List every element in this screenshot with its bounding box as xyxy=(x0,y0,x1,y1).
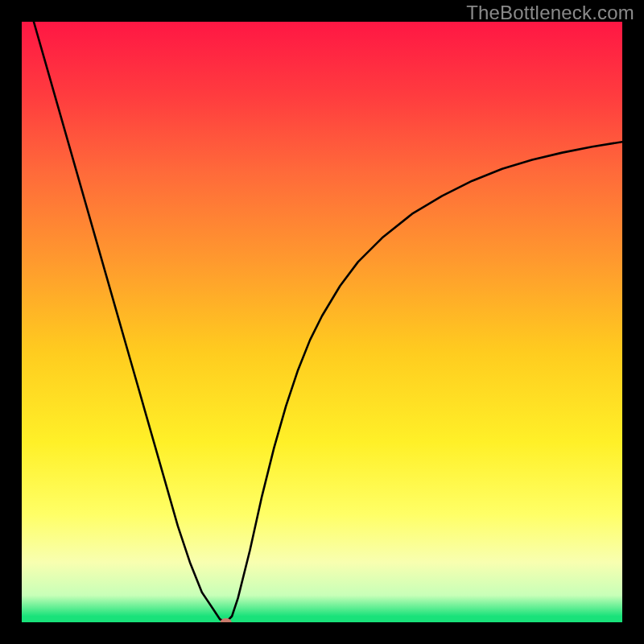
chart-frame: TheBottleneck.com xyxy=(0,0,644,644)
watermark-text: TheBottleneck.com xyxy=(466,2,634,24)
bottleneck-chart xyxy=(22,22,622,622)
gradient-background xyxy=(22,22,622,622)
plot-area xyxy=(22,22,622,622)
